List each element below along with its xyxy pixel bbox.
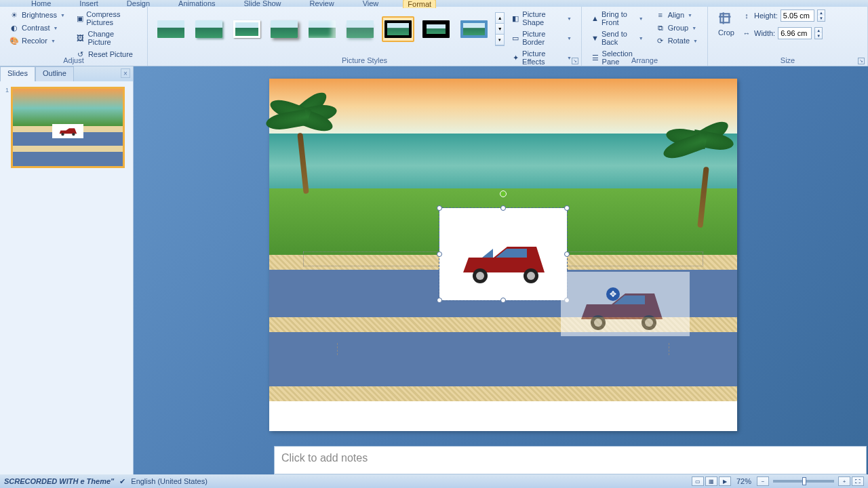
svg-rect-0 bbox=[720, 14, 729, 22]
slide-thumbnail-1[interactable] bbox=[11, 87, 125, 168]
align-button[interactable]: ≡ Align ▼ bbox=[653, 9, 701, 20]
resize-handle-nw[interactable] bbox=[437, 205, 442, 211]
height-label: Height: bbox=[754, 12, 778, 20]
group-icon: ⧉ bbox=[656, 23, 665, 33]
chevron-down-icon: ▼ bbox=[51, 39, 56, 43]
bring-to-front-button[interactable]: ▲ Bring to Front ▼ bbox=[589, 9, 646, 27]
zoom-out-button[interactable]: − bbox=[757, 476, 769, 486]
picstyles-launcher[interactable]: ↘ bbox=[572, 58, 578, 64]
chevron-down-icon: ▼ bbox=[567, 16, 572, 21]
width-label: Width: bbox=[754, 29, 775, 37]
rotation-handle[interactable] bbox=[500, 190, 507, 197]
picture-shape-label: Picture Shape bbox=[522, 10, 564, 26]
slide-canvas[interactable]: ✥ bbox=[269, 79, 737, 431]
view-normal-button[interactable]: ▭ bbox=[692, 476, 704, 486]
slides-panel: Slides Outline × 1 bbox=[0, 66, 134, 474]
resize-handle-sw[interactable] bbox=[437, 298, 442, 303]
chevron-down-icon: ▼ bbox=[639, 36, 644, 41]
compress-pictures-button[interactable]: ▣ Compress Pictures bbox=[73, 9, 140, 27]
slide-editor[interactable]: ✥ Click to add notes bbox=[134, 66, 868, 474]
zoom-slider[interactable] bbox=[773, 480, 834, 483]
picture-styles-gallery: ▲▼▾ bbox=[155, 9, 505, 46]
group-button[interactable]: ⧉ Group ▼ bbox=[653, 22, 701, 33]
change-label: Change Picture bbox=[88, 30, 138, 46]
resize-handle-e[interactable] bbox=[564, 251, 570, 257]
send-back-icon: ▼ bbox=[591, 33, 599, 43]
recolor-label: Recolor bbox=[22, 37, 47, 45]
height-spinner[interactable]: ▲▼ bbox=[817, 9, 825, 22]
contrast-button[interactable]: ◐ Contrast ▼ bbox=[7, 22, 68, 33]
chevron-down-icon: ▼ bbox=[693, 39, 698, 43]
brightness-label: Brightness bbox=[22, 11, 57, 19]
width-spinner[interactable]: ▲▼ bbox=[814, 27, 823, 39]
send-to-back-button[interactable]: ▼ Send to Back ▼ bbox=[589, 29, 646, 47]
height-input[interactable] bbox=[781, 9, 814, 22]
style-thumb-9[interactable] bbox=[458, 16, 490, 42]
picture-shape-button[interactable]: ◧ Picture Shape ▼ bbox=[509, 9, 574, 27]
svg-point-1 bbox=[61, 133, 64, 136]
change-picture-button[interactable]: 🖼 Change Picture bbox=[73, 29, 140, 47]
slide-number: 1 bbox=[5, 87, 9, 94]
style-thumb-8[interactable] bbox=[420, 16, 452, 42]
group-picture-styles: ▲▼▾ ◧ Picture Shape ▼ ▭ Picture Border ▼… bbox=[148, 7, 582, 66]
height-icon: ↕ bbox=[742, 11, 751, 20]
resize-handle-n[interactable] bbox=[500, 205, 506, 211]
picture-border-label: Picture Border bbox=[522, 30, 564, 46]
recolor-button[interactable]: 🎨 Recolor ▼ bbox=[7, 35, 68, 46]
tab-outline[interactable]: Outline bbox=[35, 66, 74, 81]
fit-window-button[interactable]: ⛶ bbox=[852, 476, 864, 486]
status-recorded: SCRECORDED WITH e Theme" bbox=[4, 477, 114, 485]
bring-front-icon: ▲ bbox=[591, 14, 599, 23]
menubar: Home Insert Design Animations Slide Show… bbox=[0, 0, 868, 7]
gallery-scroll[interactable]: ▲▼▾ bbox=[495, 12, 504, 46]
size-launcher[interactable]: ↘ bbox=[858, 58, 865, 64]
style-thumb-1[interactable] bbox=[155, 16, 187, 42]
width-icon: ↔ bbox=[742, 28, 751, 38]
chevron-down-icon: ▼ bbox=[639, 16, 644, 21]
border-icon: ▭ bbox=[511, 33, 519, 43]
brightness-button[interactable]: ☀ Brightness ▼ bbox=[7, 9, 68, 20]
group-label-picstyles: Picture Styles bbox=[148, 56, 581, 64]
group-size: Crop ↕ Height: ▲▼ ↔ Width: ▲▼ Size ↘ bbox=[708, 7, 868, 66]
selected-car-picture[interactable] bbox=[439, 207, 568, 301]
crop-label: Crop bbox=[718, 28, 734, 37]
width-input[interactable] bbox=[778, 27, 812, 39]
crop-button[interactable]: Crop bbox=[715, 9, 738, 38]
resize-handle-ne[interactable] bbox=[564, 205, 570, 211]
zoom-in-button[interactable]: + bbox=[838, 476, 850, 486]
spellcheck-icon[interactable]: ✔ bbox=[119, 477, 125, 486]
shape-icon: ◧ bbox=[511, 14, 519, 23]
svg-point-6 bbox=[527, 272, 535, 280]
style-thumb-2[interactable] bbox=[193, 16, 225, 42]
resize-handle-w[interactable] bbox=[437, 251, 442, 257]
chevron-down-icon: ▼ bbox=[692, 26, 696, 30]
zoom-level: 72% bbox=[736, 477, 751, 485]
contrast-label: Contrast bbox=[22, 24, 50, 32]
group-label-size: Size bbox=[708, 56, 867, 64]
status-language[interactable]: English (United States) bbox=[131, 477, 208, 485]
notes-placeholder: Click to add notes bbox=[281, 452, 368, 464]
view-sorter-button[interactable]: ▦ bbox=[705, 476, 717, 486]
view-slideshow-button[interactable]: ▶ bbox=[719, 476, 731, 486]
rotate-label: Rotate bbox=[668, 37, 690, 45]
style-thumb-3[interactable] bbox=[231, 16, 263, 42]
rotate-button[interactable]: ⟳ Rotate ▼ bbox=[653, 35, 701, 46]
tab-slides[interactable]: Slides bbox=[0, 66, 35, 81]
style-thumb-6[interactable] bbox=[344, 16, 376, 42]
compress-label: Compress Pictures bbox=[86, 10, 138, 26]
picture-border-button[interactable]: ▭ Picture Border ▼ bbox=[509, 29, 574, 47]
group-btn-label: Group bbox=[668, 24, 689, 32]
resize-handle-s[interactable] bbox=[500, 298, 506, 303]
move-cursor-icon: ✥ bbox=[606, 287, 620, 301]
style-thumb-5[interactable] bbox=[306, 16, 338, 42]
style-thumb-4[interactable] bbox=[268, 16, 300, 42]
style-thumb-7-selected[interactable] bbox=[382, 16, 414, 42]
chevron-down-icon: ▼ bbox=[60, 13, 65, 18]
chevron-down-icon: ▼ bbox=[567, 36, 572, 41]
contrast-icon: ◐ bbox=[9, 23, 19, 33]
rotate-icon: ⟳ bbox=[656, 36, 665, 45]
notes-pane[interactable]: Click to add notes bbox=[274, 446, 867, 474]
panel-close-button[interactable]: × bbox=[121, 68, 130, 78]
svg-point-2 bbox=[72, 133, 75, 136]
brightness-icon: ☀ bbox=[9, 10, 19, 20]
